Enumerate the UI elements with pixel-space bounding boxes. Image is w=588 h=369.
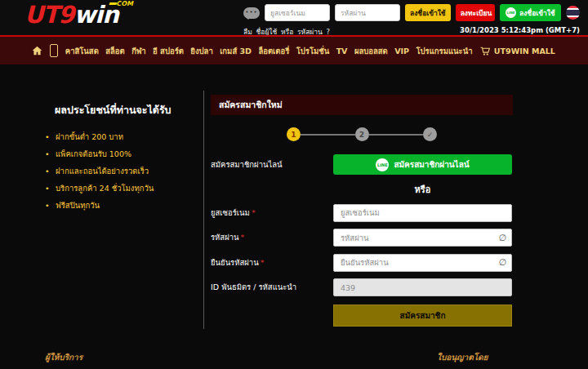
referral-id-input	[333, 278, 512, 296]
register-button[interactable]: ลงทะเบียน	[456, 4, 495, 21]
benefit-item: ฟรีสปินทุกวัน	[45, 197, 200, 214]
logo[interactable]: UT9win COM	[24, 1, 118, 29]
mall-label: UT9WIN MALL	[494, 47, 555, 56]
line-register-button-label: สมัครสมาชิกผ่านไลน์	[394, 158, 469, 171]
password-row: รหัสผ่าน* ∅	[211, 229, 513, 247]
password-label: รหัสผ่าน*	[211, 231, 333, 243]
footer-license-label: ใบอนุญาตโดย	[437, 351, 488, 363]
nav-item-3d-games[interactable]: เกมส์ 3D	[220, 45, 252, 57]
confirm-password-label: ยืนยันรหัสผ่าน*	[211, 256, 333, 269]
step-1: 1	[287, 127, 301, 141]
line-register-label: สมัครสมาชิกผ่านไลน์	[211, 158, 333, 171]
line-register-row: สมัครสมาชิกผ่านไลน์ LINE สมัครสมาชิกผ่าน…	[211, 154, 513, 175]
toggle-password-visibility-icon[interactable]: ∅	[498, 233, 506, 242]
header-password-input[interactable]	[335, 4, 400, 21]
nav-item-vip[interactable]: VIP	[394, 47, 409, 56]
toggle-password-visibility-icon[interactable]: ∅	[498, 258, 506, 267]
benefits-panel: ผลประโยชน์ที่ท่านจะได้รับ ฝากขั้นต่ำ 200…	[45, 102, 200, 214]
nav-item-mall[interactable]: UT9WIN MALL	[479, 46, 555, 56]
nav-item-slots[interactable]: สล็อต	[105, 45, 125, 57]
required-mark: *	[261, 258, 265, 267]
or-separator: หรือ	[333, 182, 512, 197]
username-input[interactable]	[333, 204, 512, 222]
password-input[interactable]	[333, 229, 512, 247]
step-2: 2	[355, 127, 369, 141]
required-mark: *	[241, 233, 245, 242]
header-controls: ••• ลงชื่อเข้าใช้ ลงทะเบียน LINE ลงชื่อเ…	[243, 4, 580, 38]
nav-item-esports[interactable]: อี สปอร์ต	[153, 45, 184, 57]
registration-form: สมัครสมาชิกใหม่ 1 2 ✓ สมัครสมาชิกผ่านไลน…	[211, 95, 513, 327]
username-label: ยูสเซอร์เนม*	[211, 207, 333, 219]
cart-icon	[479, 46, 491, 56]
login-button[interactable]: ลงชื่อเข้าใช้	[405, 4, 451, 21]
benefit-item: ฝากและถอนได้อย่างรวดเร็ว	[45, 162, 200, 180]
line-icon: LINE	[376, 158, 389, 171]
required-mark: *	[252, 208, 256, 217]
chat-icon[interactable]: •••	[243, 7, 260, 19]
registration-stepper: 1 2 ✓	[287, 127, 437, 141]
logo-part-white: win	[74, 1, 118, 29]
logo-com-badge: COM	[116, 0, 133, 7]
step-connector	[301, 134, 355, 136]
page: UT9win COM ••• ลงชื่อเข้าใช้ ลงทะเบียน L…	[0, 0, 588, 369]
nav-item-referral[interactable]: โปรแกรมแนะนำ	[416, 45, 472, 57]
nav-item-promotions[interactable]: โปรโมชั่น	[296, 45, 330, 57]
nav-item-sports[interactable]: กีฬา	[131, 45, 146, 57]
benefits-title: ผลประโยชน์ที่ท่านจะได้รับ	[55, 102, 200, 118]
main-content: ผลประโยชน์ที่ท่านจะได้รับ ฝากขั้นต่ำ 200…	[0, 64, 588, 342]
referral-id-label: ID พันธมิตร / รหัสแนะนำ	[211, 281, 333, 293]
nav-item-live-casino[interactable]: คาสิโนสด	[65, 45, 99, 57]
line-register-button[interactable]: LINE สมัครสมาชิกผ่านไลน์	[333, 154, 512, 175]
nav-item-lottery[interactable]: ล็อตเตอรี่	[258, 45, 289, 57]
footer-provider-label: ผู้ให้บริการ	[45, 351, 82, 363]
mobile-icon[interactable]	[50, 44, 58, 57]
benefit-item: แพ็คเกจต้อนรับ 100%	[45, 145, 200, 162]
line-icon: LINE	[506, 7, 516, 18]
nav-item-tv[interactable]: TV	[336, 47, 348, 56]
nav-item-live-scores[interactable]: ผลบอลสด	[354, 45, 388, 57]
nav-item-fishing[interactable]: ยิงปลา	[190, 45, 212, 57]
top-header: UT9win COM ••• ลงชื่อเข้าใช้ ลงทะเบียน L…	[0, 0, 588, 35]
benefit-item: บริการลูกค้า 24 ชั่วโมงทุกวัน	[45, 180, 200, 197]
step-connector	[369, 134, 424, 136]
referral-id-row: ID พันธมิตร / รหัสแนะนำ	[211, 278, 513, 297]
step-done: ✓	[423, 127, 437, 141]
line-login-label: ลงชื่อเข้าใช้	[519, 7, 555, 19]
vertical-divider	[203, 91, 204, 329]
username-row: ยูสเซอร์เนม*	[211, 203, 513, 222]
login-row: ••• ลงชื่อเข้าใช้ ลงทะเบียน LINE ลงชื่อเ…	[243, 4, 580, 21]
benefits-list: ฝากขั้นต่ำ 200 บาท แพ็คเกจต้อนรับ 100% ฝ…	[45, 128, 200, 214]
confirm-password-row: ยืนยันรหัสผ่าน* ∅	[211, 253, 513, 272]
submit-registration-button[interactable]: สมัครสมาชิก	[333, 305, 512, 327]
main-nav: คาสิโนสด สล็อต กีฬา อี สปอร์ต ยิงปลา เกม…	[0, 37, 588, 64]
header-username-input[interactable]	[265, 4, 330, 21]
home-icon[interactable]	[31, 45, 43, 56]
logo-part-red: UT9	[24, 1, 74, 29]
form-title: สมัครสมาชิกใหม่	[211, 95, 513, 115]
confirm-password-input[interactable]	[333, 254, 512, 272]
line-login-button[interactable]: LINE ลงชื่อเข้าใช้	[500, 4, 561, 21]
thai-flag-icon[interactable]	[566, 6, 580, 20]
benefit-item: ฝากขั้นต่ำ 200 บาท	[45, 128, 200, 145]
